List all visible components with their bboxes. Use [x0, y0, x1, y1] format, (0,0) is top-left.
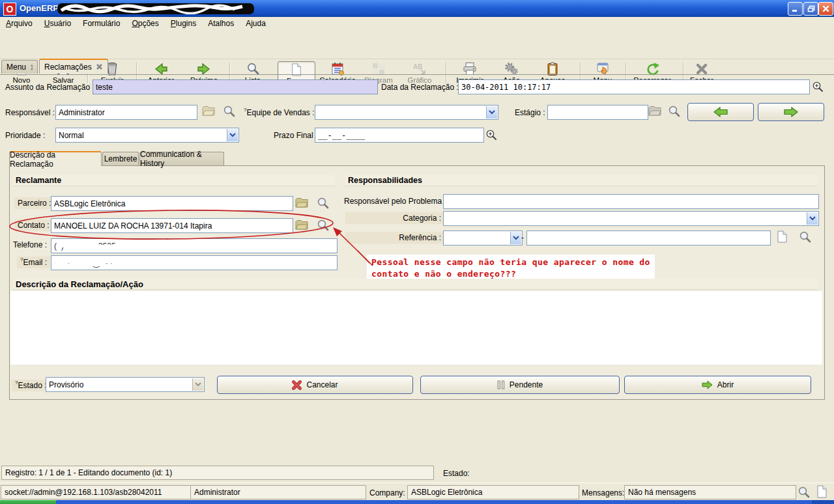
tray-fragment [812, 500, 834, 504]
menu-usuario[interactable]: Usuário [38, 18, 77, 29]
parceiro-input[interactable]: ASBLogic Eletrônica [51, 196, 293, 211]
stage-previous-button[interactable] [687, 103, 754, 121]
referencia-magnifier-icon[interactable] [799, 231, 811, 243]
estado-combo: Provisório [46, 377, 205, 392]
responsavel-problema-input[interactable] [443, 194, 819, 209]
mensagens-label: Mensagens: [582, 488, 624, 497]
chevron-down-icon[interactable] [510, 232, 521, 244]
descricao-textarea[interactable] [10, 291, 822, 365]
estagio-input[interactable] [547, 105, 648, 120]
email-label: ?Email : [17, 257, 50, 268]
tab-close-icon[interactable] [30, 64, 33, 71]
red-x-icon [292, 380, 302, 390]
tab-lembrete[interactable]: Lembrete [102, 152, 139, 165]
prioridade-combo[interactable]: Normal [55, 128, 239, 143]
tab-communication-history[interactable]: Communication & History [139, 152, 224, 165]
menu-formulario[interactable]: Formulário [77, 18, 126, 29]
estagio-label: Estágio : [515, 108, 545, 117]
annotation-line2: contato e não o endereço??? [371, 269, 516, 279]
responsavel-problema-label: Responsável pelo Problema : [344, 197, 440, 206]
estagio-magnifier-icon[interactable] [668, 105, 680, 117]
categoria-label: Categoria : [345, 212, 444, 224]
contato-folder-icon[interactable] [295, 219, 308, 231]
menu-atalhos[interactable]: Atalhos [202, 18, 240, 29]
parceiro-magnifier-icon[interactable] [317, 197, 329, 209]
date-magnifier-plus-icon[interactable] [812, 81, 824, 92]
estado-label: ?Estado : [12, 380, 50, 391]
abrir-button[interactable]: Abrir [624, 376, 811, 394]
menu-opcoes[interactable]: Opções [126, 18, 164, 29]
telefone-input[interactable]: ( ) 3525 [51, 238, 338, 253]
menu-bar: Arquivo Usuário Formulário Opções Plugin… [0, 17, 834, 29]
equipe-vendas-label: ?Equipe de Vendas : [244, 108, 315, 117]
referencia-label: Referência : [345, 232, 444, 244]
prazo-final-input[interactable]: __-__-____ [315, 128, 484, 143]
data-reclamacao-label: Data da Reclamação : [381, 83, 459, 92]
reclamante-header: Reclamante [13, 175, 335, 186]
pause-icon [497, 380, 505, 389]
referencia-input[interactable] [526, 231, 771, 245]
user-status: Administrator [190, 485, 366, 499]
title-redaction-scribble [57, 3, 254, 14]
menu-ajuda[interactable]: Ajuda [240, 18, 272, 29]
mensagens-value: Não há mensagens [624, 485, 796, 499]
search-record-magnifier-icon[interactable] [223, 105, 235, 117]
close-button[interactable] [818, 2, 833, 16]
registro-status: Registro: 1 / 1 de 1 - Editando document… [1, 466, 434, 480]
openerp-window: O OpenERP - Arquivo Usuário Formulário O… [0, 0, 834, 504]
arrow-right-icon [783, 107, 799, 117]
messages-magnifier-icon[interactable] [798, 486, 810, 498]
start-button-fragment [0, 500, 56, 504]
tab-descricao-reclamacao[interactable]: Descrição da Reclamação [9, 151, 102, 166]
green-arrow-icon [702, 380, 713, 389]
menu-plugins[interactable]: Plugins [165, 18, 202, 29]
email-input[interactable]: · ·· · ‿ ·· · · [51, 255, 338, 270]
cancelar-button[interactable]: Cancelar [217, 376, 413, 394]
pendente-label: Pendente [510, 380, 543, 389]
tab-menu[interactable]: Menu [1, 60, 38, 74]
prazo-final-label: Prazo Final : [274, 131, 317, 140]
company-label: Company: [369, 488, 405, 497]
connection-status: socket://admin@192.168.1.103/asb28042011 [1, 485, 191, 499]
responsabilidades-header: Responsabilidades [345, 175, 817, 186]
data-reclamacao-input[interactable]: 30-04-2011 10:17:17 [458, 79, 810, 94]
cancelar-label: Cancelar [306, 380, 338, 389]
responsavel-label: Responsável : [5, 108, 55, 117]
openerp-logo-icon: O [3, 3, 16, 16]
pendente-button[interactable]: Pendente [420, 376, 620, 394]
parceiro-folder-icon[interactable] [295, 197, 308, 208]
minimize-button[interactable] [788, 2, 803, 16]
chevron-down-icon[interactable] [227, 129, 238, 141]
contato-label: Contato : [14, 219, 53, 231]
tab-menu-label: Menu [7, 63, 26, 72]
contato-magnifier-icon[interactable] [317, 219, 329, 231]
categoria-combo[interactable] [443, 211, 819, 226]
tab-reclamacoes[interactable]: Reclamações [39, 59, 108, 74]
descricao-acao-header: Descrição da Reclamação/Ação [13, 279, 817, 290]
referencia-separator: - [521, 233, 524, 242]
messages-doc-icon[interactable] [816, 485, 827, 498]
main-tab-strip: Menu Reclamações [0, 59, 834, 75]
chevron-down-icon [192, 378, 203, 391]
tab-close-icon[interactable] [96, 63, 103, 70]
company-value: ASBLogic Eletrônica [407, 485, 579, 499]
contato-input[interactable]: MANOEL LUIZ DA ROCHA 13971-014 Itapira [51, 218, 293, 233]
responsavel-input[interactable]: Administrator [55, 105, 197, 120]
prioridade-label: Prioridade : [5, 131, 45, 140]
prazo-magnifier-plus-icon[interactable] [485, 129, 497, 141]
chevron-down-icon[interactable] [807, 212, 818, 225]
assunto-label: Assunto da Reclamação : [5, 83, 94, 92]
chevron-down-icon[interactable] [486, 106, 497, 119]
toolbar: Novo Salvar Excluir Anterior Próxi [0, 29, 834, 59]
taskbar [0, 500, 834, 504]
restore-button[interactable] [803, 2, 818, 16]
telefone-redaction-scribble [57, 239, 252, 253]
referencia-new-doc-icon[interactable] [777, 231, 788, 243]
referencia-type-combo[interactable] [443, 231, 523, 245]
stage-next-button[interactable] [758, 103, 824, 121]
email-redaction-scribble [54, 256, 269, 270]
equipe-vendas-combo[interactable] [315, 105, 498, 120]
menu-arquivo[interactable]: Arquivo [0, 18, 38, 29]
open-record-folder-icon[interactable] [202, 105, 215, 117]
assunto-input[interactable]: teste [93, 79, 378, 94]
